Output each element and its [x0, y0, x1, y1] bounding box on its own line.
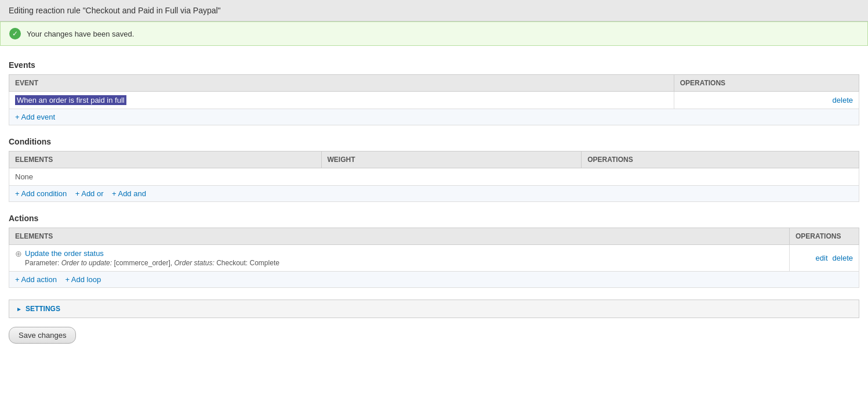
conditions-col-operations: OPERATIONS: [582, 152, 859, 168]
event-delete-link[interactable]: delete: [833, 96, 853, 104]
actions-table: ELEMENTS OPERATIONS ⊕ Update the order s…: [9, 228, 859, 288]
actions-col-operations: OPERATIONS: [790, 228, 859, 245]
conditions-empty-row: None: [9, 168, 859, 186]
event-operations-cell: delete: [674, 92, 859, 109]
actions-section-title: Actions: [9, 214, 859, 223]
add-action-link[interactable]: + Add action: [15, 275, 57, 284]
action-label-link[interactable]: Update the order status: [25, 249, 104, 258]
save-changes-button[interactable]: Save changes: [9, 327, 76, 344]
events-table: EVENT OPERATIONS When an order is first …: [9, 74, 859, 125]
action-delete-link[interactable]: delete: [833, 254, 853, 262]
success-icon: ✓: [9, 28, 21, 39]
actions-col-elements: ELEMENTS: [9, 228, 790, 245]
success-message: Your changes have been saved.: [27, 30, 134, 38]
action-edit-link[interactable]: edit: [816, 254, 828, 262]
conditions-add-row: + Add condition + Add or + Add and: [9, 186, 859, 202]
add-loop-link[interactable]: + Add loop: [65, 275, 101, 284]
event-label: When an order is first paid in full: [15, 95, 126, 105]
conditions-empty-cell: None: [9, 168, 859, 186]
settings-title: SETTINGS: [26, 305, 60, 313]
conditions-add-cell: + Add condition + Add or + Add and: [9, 186, 859, 202]
action-row: ⊕ Update the order status Parameter: Ord…: [9, 245, 859, 272]
add-or-link[interactable]: + Add or: [75, 189, 104, 198]
page-title: Editing reaction rule "Checkout and Paid…: [0, 0, 868, 21]
action-operations-cell: edit delete: [790, 245, 859, 272]
events-col-operations: OPERATIONS: [674, 75, 859, 92]
param-label-2: Order status:: [174, 259, 214, 267]
add-condition-link[interactable]: + Add condition: [15, 189, 67, 198]
actions-add-cell: + Add action + Add loop: [9, 272, 859, 288]
event-cell: When an order is first paid in full: [9, 92, 674, 109]
conditions-table: ELEMENTS WEIGHT OPERATIONS None + Add co…: [9, 151, 859, 202]
events-add-cell: + Add event: [9, 109, 859, 125]
add-and-link[interactable]: + Add and: [112, 189, 146, 198]
settings-triangle-icon: ►: [16, 306, 22, 312]
settings-section: ► SETTINGS: [9, 300, 859, 318]
action-cell: ⊕ Update the order status Parameter: Ord…: [9, 245, 790, 272]
conditions-section-title: Conditions: [9, 137, 859, 146]
drag-handle-icon: ⊕: [15, 249, 22, 258]
param-label-1: Order to update:: [61, 259, 112, 267]
add-event-link[interactable]: + Add event: [15, 113, 55, 121]
conditions-col-elements: ELEMENTS: [9, 152, 322, 168]
actions-add-row: + Add action + Add loop: [9, 272, 859, 288]
settings-header[interactable]: ► SETTINGS: [9, 300, 859, 318]
events-col-event: EVENT: [9, 75, 674, 92]
events-add-row: + Add event: [9, 109, 859, 125]
conditions-col-weight: WEIGHT: [321, 152, 582, 168]
event-row: When an order is first paid in full dele…: [9, 92, 859, 109]
success-banner: ✓ Your changes have been saved.: [0, 21, 868, 46]
events-section-title: Events: [9, 60, 859, 70]
action-params: Parameter: Order to update: [commerce_or…: [25, 259, 279, 267]
